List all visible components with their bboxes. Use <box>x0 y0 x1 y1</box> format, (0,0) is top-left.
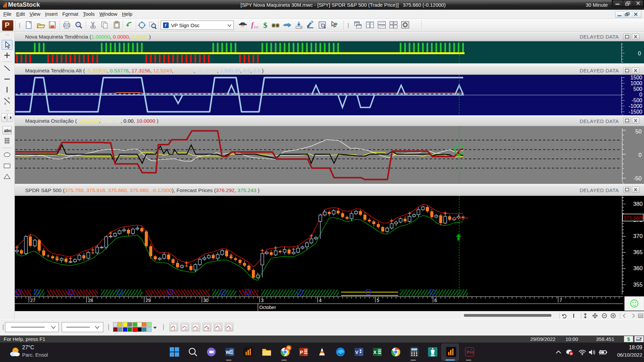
svg-text:0: 0 <box>638 50 641 56</box>
svg-text:$: $ <box>263 21 267 29</box>
svg-text:5: 5 <box>377 297 379 303</box>
svg-text:380: 380 <box>633 200 643 207</box>
svg-text:375.6600: 375.6600 <box>624 215 644 220</box>
svg-text:355: 355 <box>633 281 643 288</box>
svg-text:4: 4 <box>319 297 322 303</box>
svg-text:X: X <box>373 350 377 355</box>
svg-text:-50: -50 <box>633 175 642 182</box>
svg-text:0: 0 <box>639 92 642 97</box>
svg-text:Pro: Pro <box>467 350 474 355</box>
svg-text:-1500: -1500 <box>629 109 642 114</box>
svg-text:?: ? <box>334 22 337 28</box>
svg-text:1500: 1500 <box>630 75 642 80</box>
svg-text:3: 3 <box>196 326 198 330</box>
svg-text:0: 0 <box>639 152 642 158</box>
svg-text:365: 365 <box>633 249 643 255</box>
svg-text:7: 7 <box>559 297 562 303</box>
svg-text:28: 28 <box>88 297 93 303</box>
svg-text:360: 360 <box>633 265 643 272</box>
svg-text:(x): (x) <box>254 25 258 29</box>
svg-text:P: P <box>300 350 303 355</box>
svg-text:6: 6 <box>229 326 231 330</box>
svg-text:October: October <box>259 304 276 310</box>
svg-text:6: 6 <box>434 297 437 303</box>
svg-text:1000: 1000 <box>630 80 642 86</box>
svg-text:29: 29 <box>146 297 151 303</box>
svg-text:-1000: -1000 <box>629 103 642 109</box>
svg-text:1: 1 <box>174 326 176 330</box>
svg-text:3: 3 <box>261 297 264 303</box>
svg-text:-500: -500 <box>632 97 642 103</box>
svg-text:W: W <box>226 350 230 355</box>
svg-text:f: f <box>251 21 254 29</box>
svg-text:27: 27 <box>30 297 36 303</box>
svg-text:50: 50 <box>635 128 642 135</box>
svg-text:2: 2 <box>185 326 187 330</box>
svg-text:V: V <box>355 350 359 355</box>
svg-text:5: 5 <box>218 326 220 330</box>
svg-text:4: 4 <box>207 326 209 330</box>
svg-text:370: 370 <box>633 233 643 239</box>
svg-text:30: 30 <box>203 297 209 303</box>
svg-text:500: 500 <box>633 86 642 92</box>
